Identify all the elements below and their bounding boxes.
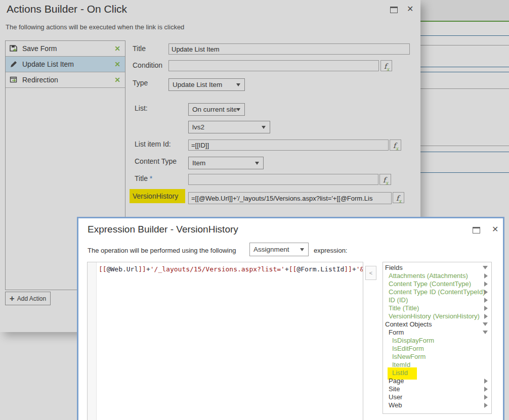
chevron-right-icon[interactable] bbox=[484, 395, 488, 400]
chevron-down-icon bbox=[300, 248, 304, 251]
chevron-down-icon[interactable] bbox=[483, 322, 488, 326]
tree-item-content-type[interactable]: Content Type (ContentType) bbox=[383, 280, 491, 288]
tree-item-attachments[interactable]: Attachments (Attachments) bbox=[383, 272, 491, 280]
chevron-right-icon[interactable] bbox=[484, 306, 488, 311]
expression-text[interactable]: [[@Web.Url]]+'/_layouts/15/Versions.aspx… bbox=[97, 262, 363, 420]
tree-group-web[interactable]: Web bbox=[383, 401, 491, 409]
tree-item-content-type-id[interactable]: Content Type ID (ContentTypeId) bbox=[383, 288, 491, 296]
tree-group-page[interactable]: Page bbox=[383, 377, 491, 385]
chevron-right-icon[interactable] bbox=[484, 403, 488, 408]
chevron-down-icon[interactable] bbox=[483, 331, 488, 334]
tree-item-list-id[interactable]: ListId bbox=[383, 369, 491, 377]
chevron-right-icon[interactable] bbox=[484, 379, 488, 384]
screen: { "theme": { "accent_green": "#77a757", … bbox=[0, 0, 509, 420]
chevron-down-icon[interactable] bbox=[483, 266, 488, 269]
tree-item-is-edit-form[interactable]: IsEditForm bbox=[383, 345, 491, 353]
operation-select[interactable]: Assignment bbox=[249, 243, 309, 256]
tree-item-is-new-form[interactable]: IsNewForm bbox=[383, 353, 491, 361]
tree-group-form[interactable]: Form bbox=[383, 329, 491, 337]
operation-sentence-prefix: The operation will be performed using th… bbox=[88, 247, 236, 254]
tree-group-user[interactable]: User bbox=[383, 393, 491, 401]
tree-item-is-display-form[interactable]: IsDisplayForm bbox=[383, 337, 491, 345]
chevron-right-icon[interactable] bbox=[484, 314, 488, 319]
operation-sentence-suffix: expression: bbox=[314, 247, 347, 254]
tree-item-id[interactable]: ID (ID) bbox=[383, 296, 491, 304]
chevron-right-icon[interactable] bbox=[484, 298, 488, 303]
expression-builder-dialog: Expression Builder - VersionHistory ✕ Th… bbox=[77, 217, 504, 420]
editor-gutter bbox=[88, 262, 97, 420]
tree-group-context-objects[interactable]: Context Objects bbox=[383, 320, 491, 329]
close-icon[interactable]: ✕ bbox=[492, 225, 498, 234]
tree-item-item-id[interactable]: ItemId bbox=[383, 361, 491, 369]
dialog-title: Expression Builder - VersionHistory bbox=[88, 224, 238, 235]
tree-group-site[interactable]: Site bbox=[383, 385, 491, 393]
chevron-right-icon[interactable] bbox=[484, 387, 488, 392]
chevron-right-icon[interactable] bbox=[484, 273, 488, 278]
fields-tree-panel: Fields Attachments (Attachments) Content… bbox=[383, 262, 492, 414]
tree-item-version-history[interactable]: VersionHistory (VersionHistory) bbox=[383, 312, 491, 320]
chevron-right-icon[interactable] bbox=[484, 282, 488, 287]
tree-group-fields[interactable]: Fields bbox=[383, 264, 491, 272]
maximize-icon[interactable] bbox=[473, 227, 480, 234]
tree-item-title[interactable]: Title (Title) bbox=[383, 304, 491, 312]
collapse-panel-button[interactable]: < bbox=[365, 266, 376, 280]
expression-code-editor[interactable]: [[@Web.Url]]+'/_layouts/15/Versions.aspx… bbox=[87, 262, 363, 420]
chevron-right-icon[interactable] bbox=[484, 290, 488, 295]
